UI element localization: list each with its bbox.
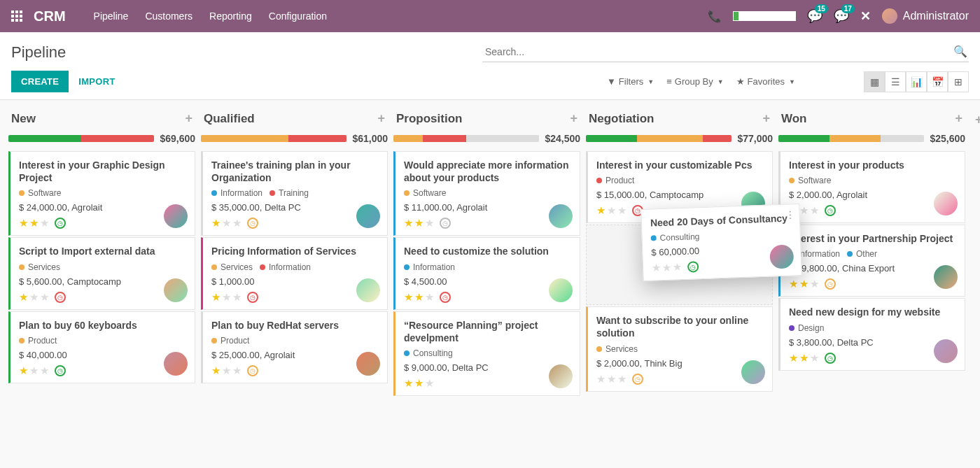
activity-icon[interactable]: ◷	[55, 218, 66, 229]
star-icon[interactable]: ★	[29, 217, 38, 229]
star-icon[interactable]: ★	[404, 217, 413, 229]
calendar-view-button[interactable]: 📅	[927, 71, 948, 92]
quick-create-icon[interactable]: +	[185, 111, 192, 126]
quick-create-icon[interactable]: +	[377, 111, 385, 126]
brand[interactable]: CRM	[34, 8, 66, 24]
kanban-card[interactable]: Want to subscribe to your online solutio…	[586, 306, 773, 391]
star-icon[interactable]: ★	[29, 291, 38, 304]
star-icon[interactable]: ★	[404, 377, 413, 390]
assignee-avatar[interactable]	[934, 192, 958, 215]
priority-stars[interactable]: ★★★	[596, 204, 626, 217]
import-button[interactable]: IMPORT	[78, 76, 115, 87]
assignee-avatar[interactable]	[356, 278, 380, 302]
activity-icon[interactable]: ◷	[440, 292, 451, 303]
quick-create-icon[interactable]: +	[762, 111, 770, 126]
star-icon[interactable]: ★	[673, 261, 682, 274]
star-icon[interactable]: ★	[414, 217, 424, 229]
star-icon[interactable]: ★	[404, 291, 413, 304]
priority-stars[interactable]: ★★★	[404, 377, 434, 390]
kanban-view-button[interactable]: ▦	[864, 71, 885, 92]
star-icon[interactable]: ★	[425, 291, 434, 304]
activity-icon[interactable]: ◷	[247, 292, 258, 303]
assignee-avatar[interactable]	[549, 364, 573, 388]
kebab-icon[interactable]: ⋮	[785, 208, 795, 220]
star-icon[interactable]: ★	[211, 291, 220, 304]
star-icon[interactable]: ★	[596, 204, 606, 217]
menu-pipeline[interactable]: Pipeline	[94, 10, 129, 22]
priority-stars[interactable]: ★★★	[404, 217, 434, 229]
star-icon[interactable]: ★	[789, 352, 798, 364]
add-column-plus[interactable]: +	[971, 108, 980, 132]
star-icon[interactable]: ★	[19, 291, 28, 304]
assignee-avatar[interactable]	[356, 352, 380, 376]
star-icon[interactable]: ★	[40, 291, 49, 304]
column-title[interactable]: New	[11, 112, 36, 126]
star-icon[interactable]: ★	[617, 204, 626, 217]
dragging-card[interactable]: ⋮ Need 20 Days of Consultancy Consulting…	[640, 204, 802, 281]
star-icon[interactable]: ★	[414, 377, 424, 390]
activities-icon[interactable]: 💬17	[834, 8, 849, 24]
priority-stars[interactable]: ★★★	[19, 364, 49, 377]
conversations-icon[interactable]: 💬15	[807, 8, 822, 24]
star-icon[interactable]: ★	[617, 373, 626, 385]
star-icon[interactable]: ★	[232, 291, 241, 304]
star-icon[interactable]: ★	[19, 217, 28, 229]
column-title[interactable]: Proposition	[396, 112, 462, 126]
assignee-avatar[interactable]	[741, 360, 765, 384]
star-icon[interactable]: ★	[19, 364, 28, 377]
priority-stars[interactable]: ★★★	[789, 352, 819, 364]
apps-icon[interactable]	[11, 10, 22, 22]
user-menu[interactable]: Administrator	[882, 8, 969, 24]
star-icon[interactable]: ★	[810, 204, 819, 217]
column-progress-bar[interactable]	[393, 135, 539, 142]
column-title[interactable]: Won	[781, 112, 807, 126]
filters-dropdown[interactable]: ▼Filters▼	[607, 76, 654, 87]
pivot-view-button[interactable]: ⊞	[948, 71, 969, 92]
assignee-avatar[interactable]	[164, 352, 188, 376]
kanban-card[interactable]: Interest in your Partnership Project Inf…	[778, 225, 965, 297]
kanban-card[interactable]: Script to Import external data Services …	[8, 237, 195, 309]
star-icon[interactable]: ★	[662, 262, 672, 274]
star-icon[interactable]: ★	[222, 291, 231, 304]
activity-icon[interactable]: ◷	[440, 218, 451, 229]
list-view-button[interactable]: ☰	[885, 71, 906, 92]
star-icon[interactable]: ★	[596, 373, 606, 385]
star-icon[interactable]: ★	[211, 217, 220, 229]
star-icon[interactable]: ★	[211, 364, 220, 377]
star-icon[interactable]: ★	[652, 262, 662, 274]
graph-view-button[interactable]: 📊	[906, 71, 927, 92]
menu-reporting[interactable]: Reporting	[209, 10, 252, 22]
star-icon[interactable]: ★	[29, 364, 38, 377]
activity-icon[interactable]: ◷	[825, 353, 836, 364]
assignee-avatar[interactable]	[549, 278, 573, 302]
kanban-card[interactable]: Plan to buy RedHat servers Product $ 25,…	[201, 311, 388, 383]
progress-indicator[interactable]	[733, 11, 796, 21]
priority-stars[interactable]: ★★★	[789, 278, 819, 290]
star-icon[interactable]: ★	[607, 204, 616, 217]
groupby-dropdown[interactable]: ≡Group By▼	[666, 76, 723, 87]
priority-stars[interactable]: ★★★	[211, 217, 241, 229]
kanban-card[interactable]: Pricing Information of Services Services…	[201, 237, 388, 309]
priority-stars[interactable]: ★★★	[211, 291, 241, 304]
star-icon[interactable]: ★	[810, 352, 819, 364]
activity-icon[interactable]: ◷	[687, 261, 699, 273]
assignee-avatar[interactable]	[934, 339, 958, 363]
star-icon[interactable]: ★	[607, 373, 616, 385]
priority-stars[interactable]: ★★★	[596, 373, 626, 385]
activity-icon[interactable]: ◷	[55, 365, 66, 376]
priority-stars[interactable]: ★★★	[19, 291, 49, 304]
phone-icon[interactable]: 📞	[708, 10, 722, 23]
star-icon[interactable]: ★	[799, 204, 808, 217]
star-icon[interactable]: ★	[414, 291, 424, 304]
priority-stars[interactable]: ★★★	[404, 291, 434, 304]
activity-icon[interactable]: ◷	[825, 278, 836, 290]
kanban-card[interactable]: Interest in your products Software $ 2,0…	[778, 151, 965, 223]
create-button[interactable]: CREATE	[11, 71, 69, 92]
assignee-avatar[interactable]	[164, 278, 188, 302]
star-icon[interactable]: ★	[425, 217, 434, 229]
star-icon[interactable]: ★	[232, 217, 241, 229]
column-title[interactable]: Qualified	[204, 112, 255, 126]
kanban-card[interactable]: Trainee's training plan in your Organiza…	[201, 151, 388, 236]
column-progress-bar[interactable]	[201, 135, 346, 142]
kanban-card[interactable]: Need to customize the solution Informati…	[393, 237, 580, 309]
